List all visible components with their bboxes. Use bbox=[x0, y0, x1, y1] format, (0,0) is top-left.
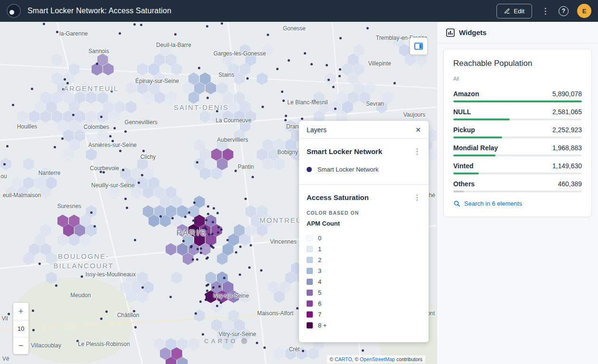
layer-section-smart-locker-network: Smart Locker Network ⋮ Smart Locker Netw… bbox=[299, 139, 429, 184]
layers-panel-header: Layers ✕ bbox=[299, 121, 429, 139]
legend-value-label: 5 bbox=[318, 289, 321, 296]
zoom-control: + 10 − bbox=[13, 303, 28, 354]
category-value: 5,890,078 bbox=[552, 90, 582, 98]
color-attribute-label: APM Count bbox=[307, 220, 421, 227]
color-based-on-label: COLOR BASED ON bbox=[307, 210, 421, 216]
category-bar-fill bbox=[453, 100, 582, 102]
legend-dot-label: Smart Locker Network bbox=[318, 166, 379, 173]
top-bar: Smart Locker Network: Access Saturation … bbox=[0, 0, 598, 22]
legend-value-label: 4 bbox=[318, 278, 321, 285]
map-attribution: © CARTO, © OpenStreetMap contributors bbox=[327, 355, 425, 363]
legend-item-2: 2 bbox=[307, 255, 421, 265]
widgets-header: Widgets bbox=[437, 22, 598, 44]
category-value: 460,389 bbox=[558, 180, 582, 188]
category-label: Amazon bbox=[453, 90, 479, 98]
top-bar-actions: Edit ⋮ ? E bbox=[496, 4, 591, 18]
category-label: Mondial Relay bbox=[453, 144, 498, 152]
category-value: 2,252,923 bbox=[552, 126, 582, 134]
carto-watermark-text: CARTO bbox=[204, 337, 238, 345]
edit-button[interactable]: Edit bbox=[496, 4, 532, 18]
search-icon bbox=[453, 200, 460, 207]
layer-options-icon[interactable]: ⋮ bbox=[413, 194, 421, 201]
widget-row-mondial-relay[interactable]: Mondial Relay1,968,883 bbox=[453, 144, 582, 156]
legend-value-label: 3 bbox=[318, 267, 321, 274]
widget-row-vinted[interactable]: Vinted1,149,630 bbox=[453, 162, 582, 174]
category-bar-fill bbox=[453, 155, 495, 156]
search-link-label: Search in 6 elements bbox=[464, 200, 522, 207]
category-label: Vinted bbox=[453, 162, 474, 170]
widget-title: Reachable Population bbox=[453, 59, 582, 68]
legend-item-6: 6 bbox=[307, 298, 421, 309]
pencil-icon bbox=[504, 8, 510, 14]
legend-value-label: 8 + bbox=[318, 322, 327, 329]
legend-swatch bbox=[307, 322, 313, 328]
carto-attribution-link[interactable]: CARTO bbox=[335, 356, 352, 362]
legend-swatch bbox=[307, 279, 313, 285]
legend-item-0: 0 bbox=[307, 233, 421, 244]
layer-legend-row: Smart Locker Network bbox=[307, 166, 421, 173]
widget-row-pickup[interactable]: Pickup2,252,923 bbox=[453, 126, 582, 138]
layer-name: Smart Locker Network bbox=[307, 147, 382, 155]
category-value: 2,581,065 bbox=[552, 108, 582, 116]
carto-watermark-dot bbox=[241, 338, 247, 344]
saturation-legend: 012345678 + bbox=[307, 233, 421, 331]
help-icon[interactable]: ? bbox=[559, 6, 569, 16]
layer-options-icon[interactable]: ⋮ bbox=[413, 148, 421, 155]
category-label: NULL bbox=[453, 108, 471, 116]
category-label: Pickup bbox=[453, 126, 475, 134]
widget-card-reachable-population: Reachable Population All Amazon5,890,078… bbox=[443, 49, 592, 217]
category-value: 1,149,630 bbox=[552, 162, 582, 170]
category-label: Others bbox=[453, 180, 475, 188]
category-bar-track bbox=[453, 100, 582, 102]
legend-swatch bbox=[307, 268, 313, 274]
search-in-elements-link[interactable]: Search in 6 elements bbox=[453, 200, 582, 207]
category-bar-track bbox=[453, 191, 582, 192]
legend-value-label: 0 bbox=[318, 235, 321, 242]
app-window: Smart Locker Network: Access Saturation … bbox=[0, 0, 598, 364]
legend-swatch bbox=[307, 257, 313, 263]
legend-dot bbox=[307, 167, 312, 172]
widget-row-amazon[interactable]: Amazon5,890,078 bbox=[453, 90, 582, 102]
legend-item-8+: 8 + bbox=[307, 320, 421, 331]
layer-name: Access Saturation bbox=[307, 193, 369, 201]
legend-item-7: 7 bbox=[307, 309, 421, 320]
legend-value-label: 7 bbox=[318, 311, 321, 318]
osm-attribution-link[interactable]: OpenStreetMap bbox=[360, 356, 395, 362]
legend-swatch bbox=[307, 311, 313, 318]
legend-value-label: 6 bbox=[318, 300, 321, 307]
attribution-text: , © bbox=[352, 356, 360, 362]
zoom-level: 10 bbox=[13, 320, 28, 337]
close-icon[interactable]: ✕ bbox=[415, 126, 421, 134]
edit-button-label: Edit bbox=[514, 8, 524, 15]
zoom-in-button[interactable]: + bbox=[13, 303, 28, 320]
map-canvas[interactable]: la-GarenneSannoisDeuil-la-BarreGarges-lè… bbox=[0, 22, 437, 364]
category-bar-fill bbox=[453, 173, 479, 174]
legend-value-label: 2 bbox=[318, 256, 321, 264]
category-bar-fill bbox=[453, 191, 464, 192]
layers-panel: Layers ✕ Smart Locker Network ⋮ Smart Lo… bbox=[299, 121, 429, 342]
layers-panel-title: Layers bbox=[307, 126, 327, 134]
legend-item-5: 5 bbox=[307, 287, 421, 298]
kebab-menu-icon[interactable]: ⋮ bbox=[541, 7, 550, 15]
category-bar-track bbox=[453, 173, 582, 174]
carto-logo[interactable] bbox=[7, 4, 21, 18]
category-value: 1,968,883 bbox=[552, 144, 582, 152]
page-title: Smart Locker Network: Access Saturation bbox=[28, 7, 496, 15]
category-bar-fill bbox=[453, 136, 502, 138]
legend-value-label: 1 bbox=[318, 246, 321, 253]
widget-row-null[interactable]: NULL2,581,065 bbox=[453, 108, 582, 120]
layer-section-access-saturation: Access Saturation ⋮ COLOR BASED ON APM C… bbox=[299, 184, 429, 342]
legend-swatch bbox=[307, 290, 313, 296]
category-bar-track bbox=[453, 155, 582, 156]
legend-item-3: 3 bbox=[307, 265, 421, 276]
zoom-out-button[interactable]: − bbox=[13, 337, 28, 354]
map-panel-toggle-button[interactable] bbox=[410, 37, 427, 55]
avatar[interactable]: E bbox=[577, 4, 591, 18]
widget-scope-label: All bbox=[453, 76, 582, 82]
attribution-text: © bbox=[330, 356, 335, 362]
widget-row-others[interactable]: Others460,389 bbox=[453, 180, 582, 192]
legend-swatch bbox=[307, 235, 313, 241]
legend-swatch bbox=[307, 246, 313, 252]
split-view-icon bbox=[414, 43, 423, 50]
legend-swatch bbox=[307, 300, 313, 307]
